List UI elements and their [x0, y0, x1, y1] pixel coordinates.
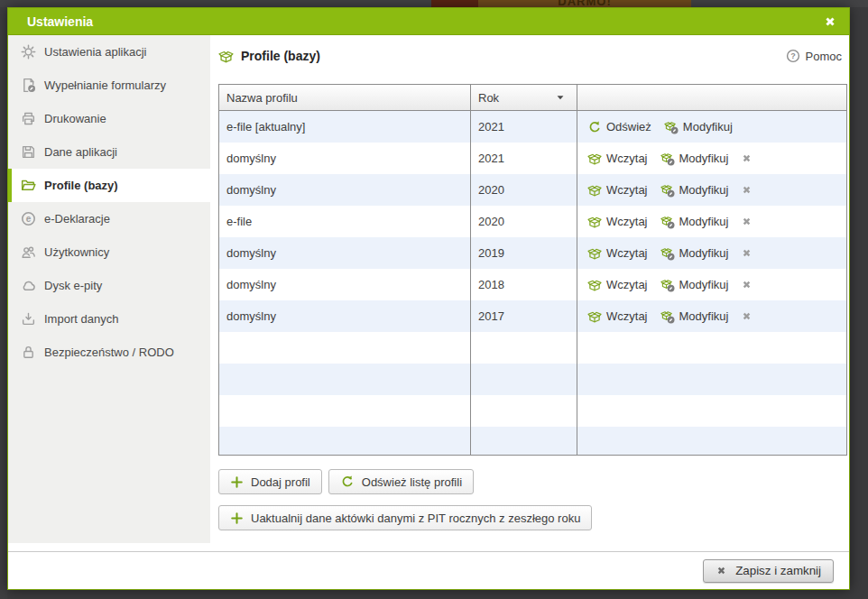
save-and-close-label: Zapisz i zamknij: [735, 564, 821, 577]
profile-year: 2021: [478, 152, 504, 165]
wczytaj-action[interactable]: Wczytaj: [587, 152, 648, 166]
update-briefcase-button[interactable]: Uaktualnij dane aktówki danymi z PIT roc…: [218, 505, 592, 530]
modyfikuj-action[interactable]: Modyfikuj: [660, 309, 729, 324]
column-header-actions: [577, 85, 846, 110]
profile-name-cell: domyślny: [219, 174, 471, 206]
modify-icon: [660, 246, 675, 261]
modify-icon: [660, 278, 675, 292]
modify-icon: [660, 183, 675, 198]
profile-year: 2017: [478, 309, 504, 323]
sidebar-item-drukowanie[interactable]: Drukowanie: [8, 102, 210, 135]
sidebar-item-label: e-Deklaracje: [44, 212, 110, 226]
modyfikuj-action[interactable]: Modyfikuj: [660, 183, 729, 198]
table-row: domyślny2018WczytajModyfikuj: [219, 269, 846, 300]
users-icon: [21, 244, 36, 260]
profile-year-cell: 2020: [471, 206, 577, 237]
profile-name: e-file: [226, 215, 252, 228]
column-header-nazwa-profilu[interactable]: Nazwa profilu: [219, 85, 471, 110]
cloud-icon: [21, 278, 36, 293]
x-mark-icon: [716, 565, 727, 576]
wczytaj-action[interactable]: Wczytaj: [587, 246, 648, 261]
dimmed-background-banner: DARMO!: [478, 0, 691, 7]
box-icon: [587, 309, 602, 324]
delete-profile-icon[interactable]: [741, 310, 753, 322]
column-header-rok[interactable]: Rok: [471, 85, 577, 110]
modyfikuj-action[interactable]: Modyfikuj: [660, 246, 729, 261]
modyfikuj-action[interactable]: Modyfikuj: [664, 120, 733, 134]
action-label: Modyfikuj: [683, 120, 733, 134]
action-label: Wczytaj: [606, 215, 648, 228]
sidebar-item-ustawienia-aplikacji[interactable]: Ustawienia aplikacji: [8, 35, 210, 69]
profile-actions-cell: WczytajModyfikuj: [577, 174, 846, 206]
profile-year-cell: 2021: [471, 143, 577, 174]
profile-actions-cell: WczytajModyfikuj: [577, 143, 846, 174]
delete-profile-icon[interactable]: [741, 216, 753, 227]
import-icon: [21, 311, 36, 327]
profile-name: domyślny: [226, 246, 276, 260]
printer-icon: [21, 111, 36, 126]
floppy-icon: [21, 144, 36, 160]
sidebar-item-label: Dysk e-pity: [44, 279, 102, 292]
table-actions-row: Dodaj profilOdśwież listę profili: [218, 469, 849, 494]
odśwież-listę-profili-button[interactable]: Odśwież listę profili: [328, 469, 474, 494]
profile-year-cell: 2017: [471, 300, 577, 332]
close-icon[interactable]: [823, 14, 837, 29]
save-and-close-button[interactable]: Zapisz i zamknij: [703, 559, 834, 583]
dodaj-profil-button[interactable]: Dodaj profil: [218, 469, 322, 494]
action-label: Modyfikuj: [679, 246, 729, 260]
modyfikuj-action[interactable]: Modyfikuj: [660, 278, 729, 292]
profile-actions-cell: OdświeżModyfikuj: [577, 111, 846, 143]
empty-table-row: [219, 364, 846, 395]
wczytaj-action[interactable]: Wczytaj: [587, 183, 648, 198]
modyfikuj-action[interactable]: Modyfikuj: [660, 152, 729, 166]
action-label: Wczytaj: [606, 278, 648, 291]
table-row: domyślny2017WczytajModyfikuj: [219, 300, 846, 332]
refresh-icon: [587, 120, 602, 134]
wczytaj-action[interactable]: Wczytaj: [587, 215, 648, 229]
box-icon: [587, 215, 602, 229]
sidebar-item-użytkownicy[interactable]: Użytkownicy: [8, 235, 210, 269]
delete-profile-icon[interactable]: [741, 247, 753, 259]
sidebar-item-dane-aplikacji[interactable]: Dane aplikacji: [8, 135, 210, 169]
profile-name: e-file [aktualny]: [226, 120, 305, 134]
page-title: Profile (bazy): [241, 49, 786, 63]
table-row: domyślny2019WczytajModyfikuj: [219, 237, 846, 269]
action-label: Wczytaj: [606, 183, 648, 197]
sidebar-item-bezpieczeństwo-rodo[interactable]: Bezpieczeństwo / RODO: [8, 336, 210, 369]
modify-icon: [664, 120, 679, 134]
dialog-footer: Zapisz i zamknij: [8, 551, 849, 589]
profile-year: 2018: [478, 278, 504, 291]
modify-icon: [660, 152, 675, 166]
sidebar-item-import-danych[interactable]: Import danych: [8, 302, 210, 336]
profile-year-cell: 2021: [471, 111, 577, 143]
button-label: Dodaj profil: [251, 475, 310, 489]
empty-table-row: [219, 332, 846, 364]
odśwież-action[interactable]: Odśwież: [587, 120, 651, 134]
settings-sidebar: Ustawienia aplikacjiWypełnianie formular…: [8, 35, 210, 543]
sidebar-item-label: Profile (bazy): [44, 179, 118, 192]
sidebar-item-e-deklaracje[interactable]: ee-Deklaracje: [8, 202, 210, 235]
profile-name-cell: e-file [aktualny]: [219, 111, 471, 143]
e-circle-icon: e: [21, 211, 36, 226]
delete-profile-icon[interactable]: [741, 279, 753, 290]
wczytaj-action[interactable]: Wczytaj: [587, 278, 648, 292]
sidebar-item-dysk-e-pity[interactable]: Dysk e-pity: [8, 269, 210, 302]
box-icon: [587, 183, 602, 198]
lock-icon: [21, 345, 36, 360]
delete-profile-icon[interactable]: [741, 152, 753, 164]
profile-year-cell: 2019: [471, 237, 577, 269]
profile-name: domyślny: [226, 152, 276, 165]
action-label: Modyfikuj: [679, 183, 729, 197]
table-row: domyślny2021WczytajModyfikuj: [219, 143, 846, 174]
help-link[interactable]: ? Pomoc: [786, 49, 842, 63]
modyfikuj-action[interactable]: Modyfikuj: [660, 215, 729, 229]
profile-year-cell: 2018: [471, 269, 577, 300]
folder-icon: [21, 178, 36, 193]
delete-profile-icon[interactable]: [741, 184, 753, 196]
sidebar-item-label: Bezpieczeństwo / RODO: [44, 346, 174, 359]
sidebar-item-wypełnianie-formularzy[interactable]: Wypełnianie formularzy: [8, 69, 210, 102]
sidebar-item-profile-bazy[interactable]: Profile (bazy): [8, 169, 210, 202]
dialog-body: Ustawienia aplikacjiWypełnianie formular…: [8, 35, 849, 551]
dialog-title: Ustawienia: [27, 14, 823, 29]
wczytaj-action[interactable]: Wczytaj: [587, 309, 648, 324]
